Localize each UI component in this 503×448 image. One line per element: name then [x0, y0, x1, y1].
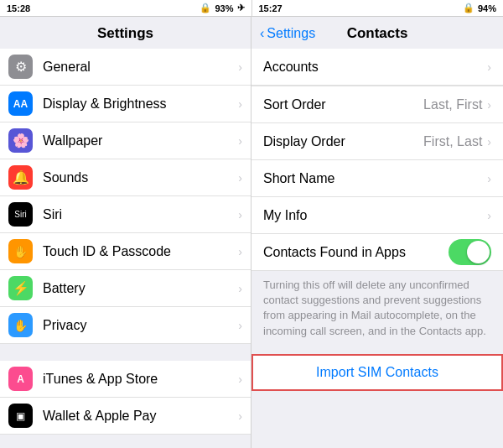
display-order-label: Display Order [263, 134, 423, 149]
import-sim-label: Import SIM Contacts [316, 365, 438, 380]
chevron-icon: › [487, 172, 491, 185]
left-status-bar: 15:28 🔒 93% ✈ [0, 0, 252, 17]
wallet-icon: ▣ [8, 404, 33, 428]
general-icon: ⚙ [8, 55, 33, 79]
chevron-icon: › [238, 372, 242, 386]
chevron-icon: › [487, 98, 491, 112]
sidebar-item-touch[interactable]: ✋ Touch ID & Passcode › [0, 233, 251, 270]
section-gap [0, 344, 251, 361]
chevron-icon: › [487, 209, 491, 222]
left-status-icons: 🔒 93% ✈ [200, 3, 244, 13]
privacy-icon: ✋ [8, 313, 33, 337]
contacts-found-label: Contacts Found in Apps [263, 245, 449, 260]
sort-order-value: Last, First [423, 97, 482, 112]
general-label: General [43, 60, 238, 75]
right-panel: ‹ Settings Contacts Accounts › Sort Orde… [252, 17, 503, 448]
sidebar-item-itunes[interactable]: A iTunes & App Store › [0, 361, 251, 398]
battery-icon: ⚡ [8, 276, 33, 300]
toggle-knob [467, 241, 490, 263]
sidebar-item-siri[interactable]: Siri Siri › [0, 196, 251, 233]
airplane-icon: ✈ [237, 3, 245, 13]
right-panel-title: Contacts [347, 25, 408, 42]
sidebar-item-display[interactable]: AA Display & Brightness › [0, 86, 251, 122]
right-status-icons: 🔒 94% [463, 3, 496, 13]
chevron-icon: › [238, 282, 242, 295]
contacts-found-toggle[interactable] [449, 239, 491, 265]
sidebar-item-general[interactable]: ⚙ General › [0, 49, 251, 86]
sidebar-item-sounds[interactable]: 🔔 Sounds › [0, 159, 251, 196]
sidebar-item-wallpaper[interactable]: 🌸 Wallpaper › [0, 122, 251, 159]
my-info-label: My Info [263, 208, 487, 223]
sort-order-label: Sort Order [263, 97, 423, 112]
siri-label: Siri [43, 207, 238, 222]
battery-label: Battery [43, 281, 238, 296]
contacts-found-note: Turning this off will delete any unconfi… [252, 271, 503, 346]
chevron-icon: › [487, 60, 491, 74]
right-header: ‹ Settings Contacts [252, 17, 503, 49]
display-order-item[interactable]: Display Order First, Last › [252, 123, 503, 160]
contacts-settings-list: Accounts › Sort Order Last, First › Disp… [252, 49, 503, 271]
sounds-label: Sounds [43, 170, 238, 185]
battery-text: 93% [215, 3, 233, 13]
sounds-icon: 🔔 [8, 165, 33, 190]
status-bars: 15:28 🔒 93% ✈ 15:27 🔒 94% [0, 0, 503, 17]
display-label: Display & Brightness [43, 96, 238, 112]
itunes-icon: A [8, 367, 33, 391]
short-name-label: Short Name [263, 171, 487, 186]
accounts-item[interactable]: Accounts › [252, 49, 503, 86]
chevron-icon: › [238, 60, 242, 74]
sidebar-item-privacy[interactable]: ✋ Privacy › [0, 307, 251, 344]
itunes-label: iTunes & App Store [43, 372, 238, 387]
contacts-found-item[interactable]: Contacts Found in Apps [252, 234, 503, 271]
chevron-icon: › [487, 135, 491, 148]
chevron-icon: › [238, 409, 242, 423]
siri-icon: Siri [8, 202, 33, 227]
back-chevron-icon: ‹ [260, 26, 264, 41]
lock-icon-right: 🔒 [463, 3, 474, 13]
back-label: Settings [267, 26, 315, 41]
display-order-value: First, Last [423, 134, 482, 149]
left-panel: Settings ⚙ General › AA Display & Bright… [0, 17, 252, 448]
short-name-item[interactable]: Short Name › [252, 160, 503, 197]
display-icon: AA [8, 91, 33, 116]
chevron-icon: › [238, 171, 242, 185]
wallpaper-icon: 🌸 [8, 128, 33, 153]
my-info-item[interactable]: My Info › [252, 197, 503, 234]
chevron-icon: › [238, 208, 242, 221]
battery-text-right: 94% [478, 3, 496, 13]
left-panel-title: Settings [0, 17, 251, 49]
main-content: Settings ⚙ General › AA Display & Bright… [0, 17, 503, 448]
chevron-icon: › [238, 245, 242, 258]
left-time: 15:28 [7, 3, 30, 13]
sidebar-item-battery[interactable]: ⚡ Battery › [0, 270, 251, 307]
accounts-label: Accounts [263, 60, 487, 75]
lock-icon: 🔒 [200, 3, 211, 13]
chevron-icon: › [238, 319, 242, 332]
sort-order-item[interactable]: Sort Order Last, First › [252, 86, 503, 123]
wallet-label: Wallet & Apple Pay [43, 409, 238, 424]
touch-label: Touch ID & Passcode [43, 244, 238, 259]
section-gap-2 [0, 435, 251, 448]
settings-list: ⚙ General › AA Display & Brightness › 🌸 … [0, 49, 251, 448]
right-time: 15:27 [259, 3, 283, 13]
sidebar-item-wallet[interactable]: ▣ Wallet & Apple Pay › [0, 398, 251, 435]
chevron-icon: › [238, 134, 242, 148]
import-sim-button[interactable]: Import SIM Contacts [252, 354, 503, 391]
wallpaper-label: Wallpaper [43, 133, 238, 148]
chevron-icon: › [238, 97, 242, 111]
back-button[interactable]: ‹ Settings [260, 26, 315, 41]
privacy-label: Privacy [43, 318, 238, 333]
touch-icon: ✋ [8, 239, 33, 263]
right-status-bar: 15:27 🔒 94% [252, 0, 504, 17]
